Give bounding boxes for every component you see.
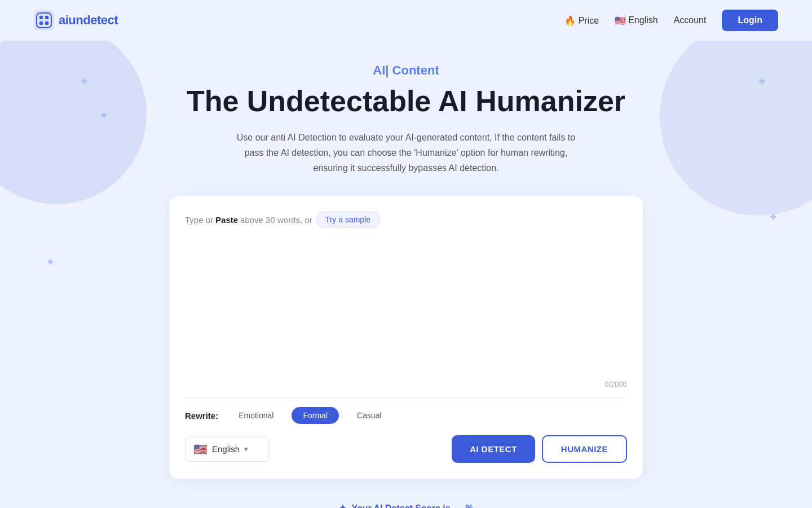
hint-type: Type or [185,215,213,225]
logo[interactable]: aiundetect [34,10,118,30]
language-label: English [212,444,240,454]
language-selector[interactable]: 🇺🇸 English ▾ [185,437,270,462]
logo-icon [34,10,54,30]
svg-rect-4 [39,21,43,25]
char-count: 0/2000 [185,380,627,388]
logo-text: aiundetect [59,13,118,28]
score-title: ✦ Your AI Detect Score is __ % [185,502,627,508]
svg-rect-2 [39,16,43,19]
svg-rect-3 [45,16,48,19]
action-buttons: AI DETECT HUMANIZE [452,435,627,463]
hint-above: above 30 words, or [240,215,312,225]
hero-title: The Undetectable AI Humanizer [11,85,801,119]
price-link[interactable]: 🔥 Price [564,15,599,26]
divider [185,397,627,398]
hint-paste: Paste [215,215,238,225]
hero-content: AI| Content The Undetectable AI Humanize… [11,63,801,508]
mode-casual-button[interactable]: Casual [346,407,393,424]
flag-icon: 🇺🇸 [615,15,626,26]
account-link[interactable]: Account [674,15,707,25]
rewrite-row: Rewrite: Emotional Formal Casual [185,407,627,424]
hero-section: ✦ ✦ ✦ ✦ ✦ AI| Content The Undetectable A… [0,41,812,508]
svg-rect-5 [45,21,48,25]
login-button[interactable]: Login [722,10,778,31]
ai-detect-button[interactable]: AI DETECT [452,435,535,463]
navbar: aiundetect 🔥 Price 🇺🇸 English Account Lo… [0,0,812,41]
hero-badge: AI| Content [11,63,801,78]
input-hint-row: Type or Paste above 30 words, or Try a s… [185,212,627,227]
try-sample-button[interactable]: Try a sample [316,212,380,227]
language-flag: 🇺🇸 [193,443,208,456]
nav-right: 🔥 Price 🇺🇸 English Account Login [564,10,778,31]
humanize-button[interactable]: HUMANIZE [542,435,627,463]
chevron-down-icon: ▾ [244,445,248,453]
hero-description: Use our anti AI Detection to evaluate yo… [231,130,581,176]
mode-emotional-button[interactable]: Emotional [227,407,285,424]
main-textarea[interactable] [185,233,627,373]
main-card: Type or Paste above 30 words, or Try a s… [169,196,643,479]
score-icon: ✦ [338,502,347,508]
score-section: ✦ Your AI Detect Score is __ % We provid… [169,492,643,508]
language-link[interactable]: 🇺🇸 English [615,15,657,26]
text-area-wrap [185,233,627,375]
rewrite-label: Rewrite: [185,411,218,421]
bottom-row: 🇺🇸 English ▾ AI DETECT HUMANIZE [185,435,627,463]
mode-formal-button[interactable]: Formal [292,407,339,424]
score-title-text: Your AI Detect Score is __ % [351,503,473,508]
